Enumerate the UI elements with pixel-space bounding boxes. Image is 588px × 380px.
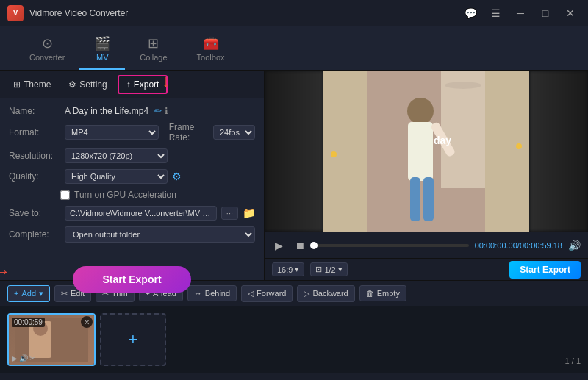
empty-button[interactable]: 🗑 Empty xyxy=(359,285,406,301)
backward-label: Backward xyxy=(312,289,348,298)
timeline-cut-icon[interactable]: ✂ xyxy=(29,354,35,362)
start-export-button-main[interactable]: Start Export xyxy=(73,266,190,293)
video-controls: ▶ ⏹ 00:00:00.00/00:00:59.18 🔊 xyxy=(265,232,588,258)
left-panel: ⊞ Theme ⚙ Setting ↑ Export Name: A Day i… xyxy=(0,71,265,280)
save-to-dots-button[interactable]: ··· xyxy=(221,207,238,220)
theme-label: Theme xyxy=(24,79,51,90)
tab-collage[interactable]: ⊞ Collage xyxy=(125,29,182,70)
dot-right xyxy=(516,143,522,149)
timeline: 00:00:59 ✕ ▶ 🔊 ✂ + 1 / 1 xyxy=(0,306,588,373)
start-export-label: Start Export xyxy=(102,273,161,285)
form-area: Name: A Day in the Life.mp4 ✏ ℹ Format: … xyxy=(0,98,264,300)
ratio-button[interactable]: 16:9 ▾ xyxy=(272,262,304,276)
mv-icon: 🎬 xyxy=(94,35,110,51)
toolbox-label: Toolbox xyxy=(197,53,225,62)
setting-icon: ⚙ xyxy=(68,79,76,90)
quality-row: Quality: High Quality ⚙ xyxy=(9,169,255,184)
empty-icon: 🗑 xyxy=(366,289,374,298)
backward-button[interactable]: ▷ Backward xyxy=(297,285,354,302)
complete-row: Complete: Open output folder xyxy=(9,226,255,243)
resolution-select[interactable]: 1280x720 (720p) xyxy=(65,148,168,163)
maximize-button[interactable]: □ xyxy=(535,5,556,21)
scale-chevron: ▾ xyxy=(338,265,343,274)
format-label: Format: xyxy=(9,127,60,137)
complete-select[interactable]: Open output folder xyxy=(65,226,255,243)
close-button[interactable]: ✕ xyxy=(560,5,581,21)
timeline-add-button[interactable]: + xyxy=(100,313,166,366)
start-export-right-label: Start Export xyxy=(520,265,570,275)
name-text: A Day in the Life.mp4 xyxy=(65,106,148,116)
scale-label: 1/2 xyxy=(324,265,335,274)
frame-rate-group: Frame Rate: 24fps xyxy=(169,122,255,143)
save-to-folder-icon[interactable]: 📁 xyxy=(243,207,255,219)
sub-toolbar: ⊞ Theme ⚙ Setting ↑ Export xyxy=(0,71,264,98)
gpu-row: Turn on GPU Acceleration xyxy=(9,190,255,200)
theme-icon: ⊞ xyxy=(13,79,21,90)
tab-converter[interactable]: ⊙ Converter xyxy=(15,29,79,70)
progress-bar[interactable] xyxy=(314,244,469,247)
save-to-row: Save to: C:\Vidmore\Vidmore V...onverter… xyxy=(9,206,255,221)
converter-label: Converter xyxy=(29,53,65,62)
app-title: Vidmore Video Converter xyxy=(29,8,460,18)
empty-label: Empty xyxy=(377,289,400,298)
svg-rect-6 xyxy=(423,177,434,221)
tab-toolbox[interactable]: 🧰 Toolbox xyxy=(182,29,240,70)
collage-label: Collage xyxy=(140,53,167,62)
time-current: 00:00:00.00 xyxy=(475,241,517,250)
svg-point-2 xyxy=(445,82,481,89)
format-row: Format: MP4 Frame Rate: 24fps xyxy=(9,122,255,143)
name-label: Name: xyxy=(9,106,60,116)
frame-rate-label: Frame Rate: xyxy=(169,122,209,143)
info-icon[interactable]: ℹ xyxy=(165,106,168,116)
progress-dot[interactable] xyxy=(310,242,318,249)
volume-icon[interactable]: 🔊 xyxy=(568,240,581,251)
video-blur-right xyxy=(529,71,588,232)
svg-text:day: day xyxy=(434,135,451,146)
mv-label: MV xyxy=(96,53,109,62)
play-button[interactable]: ▶ xyxy=(272,238,286,253)
gpu-checkbox[interactable] xyxy=(60,190,70,200)
resolution-label: Resolution: xyxy=(9,151,60,161)
quality-gear-icon[interactable]: ⚙ xyxy=(172,171,182,182)
toolbox-icon: 🧰 xyxy=(203,35,219,51)
export-icon: ↑ xyxy=(126,79,131,90)
svg-point-3 xyxy=(407,98,434,124)
save-to-value: C:\Vidmore\Vidmore V...onverter\MV Expor… xyxy=(65,206,217,221)
chat-button[interactable]: 💬 xyxy=(460,5,481,21)
converter-icon: ⊙ xyxy=(42,35,53,51)
resolution-row: Resolution: 1280x720 (720p) xyxy=(9,148,255,163)
export-button-sub[interactable]: ↑ Export xyxy=(118,75,168,94)
video-frame: day xyxy=(265,71,588,232)
menu-button[interactable]: ☰ xyxy=(485,5,506,21)
name-value: A Day in the Life.mp4 ✏ ℹ xyxy=(65,106,255,116)
scale-button[interactable]: ⊡ 1/2 ▾ xyxy=(310,262,347,276)
ratio-label: 16:9 xyxy=(277,265,293,274)
page-indicator: 1 / 1 xyxy=(565,356,581,365)
svg-rect-5 xyxy=(410,177,420,221)
start-export-button-right[interactable]: Start Export xyxy=(509,261,581,279)
timeline-item-close[interactable]: ✕ xyxy=(81,316,93,328)
gpu-label: Turn on GPU Acceleration xyxy=(74,190,176,200)
quality-label: Quality: xyxy=(9,171,60,182)
stop-button[interactable]: ⏹ xyxy=(292,238,308,253)
name-row: Name: A Day in the Life.mp4 ✏ ℹ xyxy=(9,106,255,116)
backward-icon: ▷ xyxy=(304,289,309,298)
format-select[interactable]: MP4 xyxy=(65,125,159,140)
svg-rect-4 xyxy=(408,122,433,181)
theme-button[interactable]: ⊞ Theme xyxy=(6,76,58,93)
timeline-item[interactable]: 00:00:59 ✕ ▶ 🔊 ✂ xyxy=(7,313,96,366)
video-blur-left xyxy=(265,71,323,232)
minimize-button[interactable]: ─ xyxy=(510,5,531,21)
tab-mv[interactable]: 🎬 MV xyxy=(79,29,125,70)
setting-button[interactable]: ⚙ Setting xyxy=(61,76,114,93)
dot-left xyxy=(331,151,337,157)
right-panel: day ▶ ⏹ 00:00:00.00/00:00:59.18 🔊 1 xyxy=(265,71,588,280)
frame-rate-select[interactable]: 24fps xyxy=(213,125,255,140)
timeline-vol-icon[interactable]: 🔊 xyxy=(19,354,28,362)
edit-name-icon[interactable]: ✏ xyxy=(154,106,162,116)
export-arrow-indicator: ↓ xyxy=(162,71,171,91)
timeline-item-controls: ▶ 🔊 ✂ xyxy=(12,354,35,362)
quality-select[interactable]: High Quality xyxy=(65,169,168,184)
collage-icon: ⊞ xyxy=(148,35,159,51)
timeline-play-icon[interactable]: ▶ xyxy=(12,354,18,362)
